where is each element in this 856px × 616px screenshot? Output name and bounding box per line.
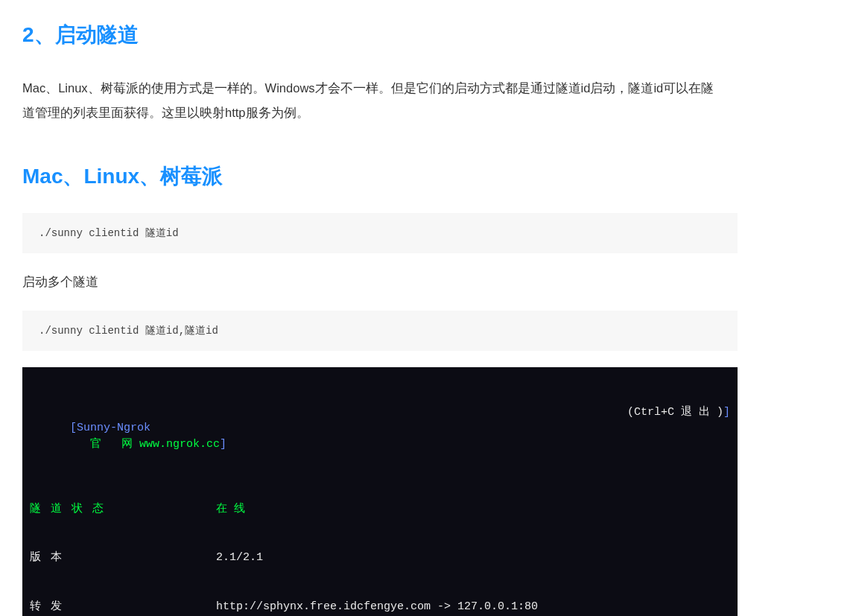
terminal-forward-row: 转 发http://sphynx.free.idcfengye.com -> 1…: [30, 599, 730, 615]
terminal-brand: [Sunny-Ngrok: [70, 422, 150, 434]
terminal-exit-hint: (Ctrl+C 退 出 )]: [627, 404, 730, 469]
terminal-brand-label: 官 网 www.ngrok.cc: [70, 438, 220, 451]
section-heading-2: Mac、Linux、树莓派: [22, 162, 834, 191]
terminal-status-row: 隧 道 状 态在 线: [30, 501, 730, 518]
code-block-single: ./sunny clientid 隧道id: [22, 213, 738, 253]
code-block-multi: ./sunny clientid 隧道id,隧道id: [22, 311, 738, 351]
terminal-output: [Sunny-Ngrok 官 网 www.ngrok.cc] (Ctrl+C 退…: [22, 367, 738, 616]
section-heading-1: 2、启动隧道: [22, 21, 834, 49]
multi-tunnel-text: 启动多个隧道: [22, 270, 723, 294]
intro-paragraph: Mac、Linux、树莓派的使用方式是一样的。Windows才会不一样。但是它们…: [22, 76, 723, 125]
terminal-version-row: 版 本2.1/2.1: [30, 550, 730, 566]
